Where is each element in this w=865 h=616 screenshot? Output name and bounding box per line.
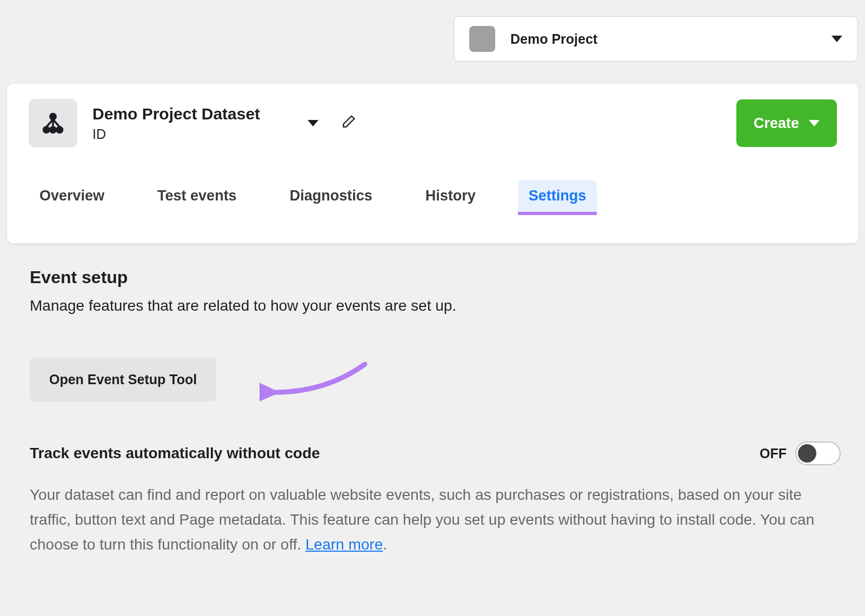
- auto-track-state: OFF: [760, 446, 787, 461]
- dataset-id-label: ID: [92, 126, 260, 142]
- auto-track-toggle-group: OFF: [760, 441, 841, 465]
- toggle-knob: [798, 444, 816, 463]
- dataset-icon: [29, 99, 77, 148]
- auto-track-label: Track events automatically without code: [30, 445, 320, 462]
- tab-history[interactable]: History: [415, 180, 487, 212]
- open-event-setup-tool-button[interactable]: Open Event Setup Tool: [30, 358, 216, 401]
- dataset-card: Demo Project Dataset ID Create Overview …: [7, 84, 859, 243]
- create-button[interactable]: Create: [736, 99, 837, 147]
- edit-icon[interactable]: [340, 114, 356, 132]
- svg-point-3: [57, 127, 63, 133]
- create-button-label: Create: [754, 115, 799, 132]
- auto-track-description: Your dataset can find and report on valu…: [30, 483, 841, 558]
- tab-overview[interactable]: Overview: [29, 180, 115, 212]
- svg-point-2: [50, 127, 56, 133]
- chevron-down-icon: [831, 36, 842, 42]
- auto-track-desc-text: Your dataset can find and report on valu…: [30, 486, 814, 553]
- dataset-title-block: Demo Project Dataset ID: [92, 105, 260, 142]
- dataset-header: Demo Project Dataset ID Create: [7, 84, 859, 148]
- project-selector[interactable]: Demo Project: [454, 16, 858, 62]
- tab-test-events[interactable]: Test events: [147, 180, 248, 212]
- tabs: Overview Test events Diagnostics History…: [7, 148, 859, 212]
- section-description: Manage features that are related to how …: [30, 297, 841, 314]
- auto-track-row: Track events automatically without code …: [30, 441, 841, 465]
- svg-line-6: [53, 119, 59, 127]
- dataset-dropdown-icon[interactable]: [308, 120, 318, 126]
- settings-content: Event setup Manage features that are rel…: [30, 267, 841, 558]
- project-name: Demo Project: [510, 31, 816, 47]
- dataset-title: Demo Project Dataset: [92, 105, 260, 123]
- auto-track-toggle[interactable]: [795, 441, 841, 465]
- tab-diagnostics[interactable]: Diagnostics: [279, 180, 383, 212]
- chevron-down-icon: [809, 120, 820, 126]
- svg-point-1: [44, 127, 50, 133]
- tab-settings[interactable]: Settings: [518, 180, 597, 212]
- project-thumbnail: [469, 26, 495, 52]
- section-title: Event setup: [30, 267, 841, 287]
- auto-track-desc-period: .: [383, 536, 387, 553]
- title-controls: [308, 114, 356, 132]
- svg-line-4: [46, 119, 53, 127]
- learn-more-link[interactable]: Learn more: [305, 536, 383, 553]
- svg-point-0: [50, 114, 56, 120]
